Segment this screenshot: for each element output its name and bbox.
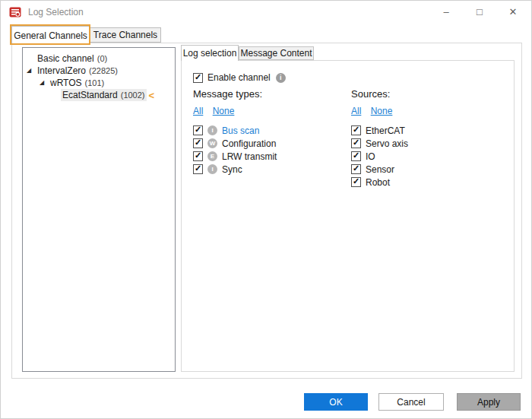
tree-item-label: EcatStandard(1002) <box>61 89 147 101</box>
source-checkbox[interactable] <box>351 177 361 187</box>
message-type-row[interactable]: ELRW transmit <box>193 150 277 163</box>
source-label: Robot <box>366 177 390 188</box>
enable-channel-checkbox[interactable] <box>193 73 203 83</box>
apply-button[interactable]: Apply <box>457 393 521 411</box>
source-row[interactable]: Sensor <box>351 163 408 176</box>
severity-badge-icon: I <box>207 125 217 135</box>
source-label: Sensor <box>366 164 394 175</box>
sources-none-link[interactable]: None <box>371 106 393 116</box>
source-row[interactable]: IO <box>351 150 408 163</box>
message-type-label: LRW transmit <box>222 151 277 162</box>
source-label: IO <box>366 151 375 162</box>
tree-item[interactable]: ◢IntervalZero(22825) <box>23 65 175 77</box>
message-types-title: Message types: <box>193 88 277 100</box>
sources-section: Sources: All None EtherCATServo axisIOSe… <box>351 88 408 189</box>
tree-expander-icon[interactable]: ◢ <box>40 77 49 89</box>
window-title: Log Selection <box>28 7 84 17</box>
severity-badge-icon: I <box>207 164 217 174</box>
source-row[interactable]: EtherCAT <box>351 124 408 137</box>
tree-item-count: (101) <box>85 78 105 87</box>
message-type-label: Configuration <box>222 138 276 149</box>
source-checkbox[interactable] <box>351 138 361 148</box>
source-checkbox[interactable] <box>351 125 361 135</box>
tree-item-name: IntervalZero <box>37 65 86 76</box>
tree-item-count: (22825) <box>89 66 118 75</box>
tab-message-content[interactable]: Message Content <box>239 46 314 60</box>
maximize-button[interactable]: □ <box>463 1 496 24</box>
message-type-checkbox[interactable] <box>193 125 203 135</box>
sources-title: Sources: <box>351 88 408 100</box>
tree-item-name: wRTOS <box>50 78 82 88</box>
info-icon[interactable]: i <box>276 73 286 83</box>
close-button[interactable]: ✕ <box>496 1 530 24</box>
source-checkbox[interactable] <box>351 151 361 161</box>
window-controls: – □ ✕ <box>429 1 530 24</box>
tab-log-selection-label: Log selection <box>183 48 237 59</box>
cancel-button[interactable]: Cancel <box>378 393 444 411</box>
log-selection-panel: Enable channel i Message types: All None… <box>181 60 515 372</box>
channel-tree: Basic channel(0)◢IntervalZero(22825)◢wRT… <box>22 47 176 372</box>
tab-general-channels-label: General Channels <box>14 30 87 41</box>
source-checkbox[interactable] <box>351 164 361 174</box>
enable-channel-row[interactable]: Enable channel i <box>193 72 286 83</box>
minimize-button[interactable]: – <box>429 1 463 24</box>
tab-general-channels[interactable]: General Channels <box>11 26 90 44</box>
tree-item-count: (1002) <box>121 90 145 100</box>
selection-pointer-icon: < <box>149 90 155 101</box>
message-types-none-link[interactable]: None <box>213 106 235 116</box>
log-selection-dialog: Log Selection – □ ✕ General Channels Tra… <box>0 0 532 419</box>
message-type-row[interactable]: ISync <box>193 163 277 176</box>
source-list: EtherCATServo axisIOSensorRobot <box>351 124 408 189</box>
enable-channel-label: Enable channel <box>207 72 271 83</box>
message-type-label: Sync <box>222 164 242 175</box>
tab-message-content-label: Message Content <box>240 48 312 59</box>
message-type-checkbox[interactable] <box>193 164 203 174</box>
message-type-list: IBus scanWConfigurationELRW transmitISyn… <box>193 124 277 176</box>
source-label: Servo axis <box>366 138 408 149</box>
tree-item[interactable]: EcatStandard(1002)< <box>23 89 175 101</box>
tab-trace-channels-label: Trace Channels <box>93 30 157 40</box>
message-type-checkbox[interactable] <box>193 138 203 148</box>
source-row[interactable]: Servo axis <box>351 137 408 150</box>
app-icon <box>9 6 21 18</box>
tab-log-selection[interactable]: Log selection <box>181 45 239 61</box>
tree-item[interactable]: Basic channel(0) <box>23 52 175 65</box>
message-types-all-link[interactable]: All <box>193 106 203 116</box>
tree-item-label: wRTOS(101) <box>49 77 106 89</box>
message-type-row[interactable]: IBus scan <box>193 124 277 137</box>
severity-badge-icon: W <box>207 138 217 148</box>
source-label: EtherCAT <box>366 125 405 136</box>
tree-item-name: EcatStandard <box>62 90 118 100</box>
tab-trace-channels[interactable]: Trace Channels <box>90 27 161 43</box>
tree-item-label: IntervalZero(22825) <box>36 65 119 77</box>
message-types-section: Message types: All None IBus scanWConfig… <box>193 88 277 176</box>
severity-badge-icon: E <box>207 151 217 161</box>
tree-item-count: (0) <box>97 54 107 63</box>
tree-item[interactable]: ◢wRTOS(101) <box>23 77 175 89</box>
tree-expander-icon[interactable]: ◢ <box>27 65 36 77</box>
message-type-label: Bus scan <box>222 125 259 136</box>
message-type-row[interactable]: WConfiguration <box>193 137 277 150</box>
tree-item-label: Basic channel(0) <box>36 52 109 65</box>
ok-button[interactable]: OK <box>304 393 368 411</box>
source-row[interactable]: Robot <box>351 176 408 189</box>
tree-item-name: Basic channel <box>37 53 94 64</box>
sources-all-link[interactable]: All <box>351 106 361 116</box>
title-bar: Log Selection – □ ✕ <box>1 1 531 24</box>
message-type-checkbox[interactable] <box>193 151 203 161</box>
